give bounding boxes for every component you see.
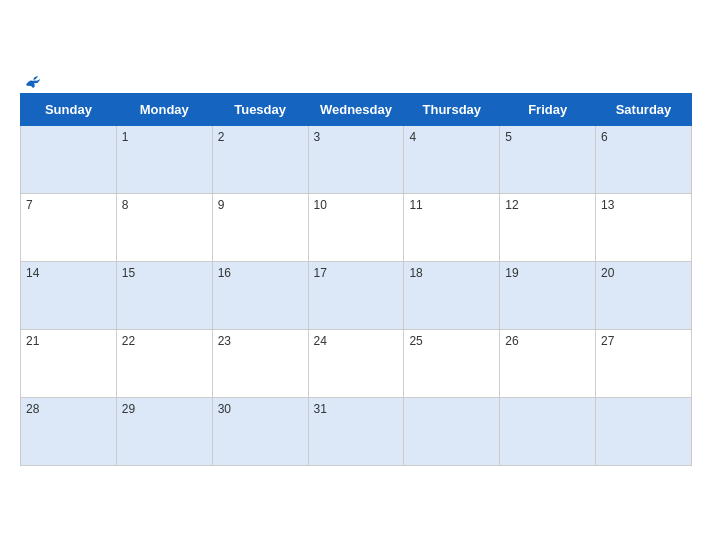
calendar-day-4: 4 xyxy=(404,125,500,193)
calendar-day-2: 2 xyxy=(212,125,308,193)
weekday-header-friday: Friday xyxy=(500,93,596,125)
calendar-empty-cell xyxy=(596,397,692,465)
calendar-container: SundayMondayTuesdayWednesdayThursdayFrid… xyxy=(0,65,712,486)
day-number: 16 xyxy=(218,266,231,280)
calendar-day-23: 23 xyxy=(212,329,308,397)
logo-bird-icon xyxy=(24,75,42,89)
weekday-header-saturday: Saturday xyxy=(596,93,692,125)
day-number: 20 xyxy=(601,266,614,280)
day-number: 26 xyxy=(505,334,518,348)
day-number: 13 xyxy=(601,198,614,212)
calendar-day-25: 25 xyxy=(404,329,500,397)
day-number: 2 xyxy=(218,130,225,144)
calendar-day-1: 1 xyxy=(116,125,212,193)
day-number: 15 xyxy=(122,266,135,280)
calendar-day-14: 14 xyxy=(21,261,117,329)
calendar-day-27: 27 xyxy=(596,329,692,397)
day-number: 22 xyxy=(122,334,135,348)
calendar-day-6: 6 xyxy=(596,125,692,193)
calendar-day-8: 8 xyxy=(116,193,212,261)
weekday-header-sunday: Sunday xyxy=(21,93,117,125)
weekday-header-monday: Monday xyxy=(116,93,212,125)
calendar-empty-cell xyxy=(500,397,596,465)
calendar-day-5: 5 xyxy=(500,125,596,193)
day-number: 28 xyxy=(26,402,39,416)
day-number: 14 xyxy=(26,266,39,280)
calendar-day-22: 22 xyxy=(116,329,212,397)
logo-area xyxy=(20,75,42,89)
calendar-day-20: 20 xyxy=(596,261,692,329)
weekday-header-thursday: Thursday xyxy=(404,93,500,125)
calendar-day-24: 24 xyxy=(308,329,404,397)
calendar-day-7: 7 xyxy=(21,193,117,261)
weekday-header-row: SundayMondayTuesdayWednesdayThursdayFrid… xyxy=(21,93,692,125)
day-number: 25 xyxy=(409,334,422,348)
day-number: 1 xyxy=(122,130,129,144)
calendar-header xyxy=(20,75,692,87)
day-number: 7 xyxy=(26,198,33,212)
calendar-day-9: 9 xyxy=(212,193,308,261)
calendar-day-10: 10 xyxy=(308,193,404,261)
day-number: 17 xyxy=(314,266,327,280)
calendar-day-19: 19 xyxy=(500,261,596,329)
calendar-week-row-4: 28293031 xyxy=(21,397,692,465)
weekday-header-wednesday: Wednesday xyxy=(308,93,404,125)
calendar-day-15: 15 xyxy=(116,261,212,329)
calendar-day-16: 16 xyxy=(212,261,308,329)
calendar-day-21: 21 xyxy=(21,329,117,397)
day-number: 8 xyxy=(122,198,129,212)
calendar-week-row-2: 14151617181920 xyxy=(21,261,692,329)
day-number: 5 xyxy=(505,130,512,144)
day-number: 19 xyxy=(505,266,518,280)
weekday-header-tuesday: Tuesday xyxy=(212,93,308,125)
calendar-empty-cell xyxy=(21,125,117,193)
calendar-day-3: 3 xyxy=(308,125,404,193)
calendar-day-30: 30 xyxy=(212,397,308,465)
calendar-day-29: 29 xyxy=(116,397,212,465)
day-number: 11 xyxy=(409,198,422,212)
calendar-day-17: 17 xyxy=(308,261,404,329)
calendar-day-12: 12 xyxy=(500,193,596,261)
day-number: 30 xyxy=(218,402,231,416)
day-number: 4 xyxy=(409,130,416,144)
day-number: 3 xyxy=(314,130,321,144)
day-number: 6 xyxy=(601,130,608,144)
day-number: 9 xyxy=(218,198,225,212)
day-number: 27 xyxy=(601,334,614,348)
day-number: 21 xyxy=(26,334,39,348)
calendar-day-28: 28 xyxy=(21,397,117,465)
day-number: 10 xyxy=(314,198,327,212)
calendar-week-row-1: 78910111213 xyxy=(21,193,692,261)
calendar-day-18: 18 xyxy=(404,261,500,329)
calendar-day-11: 11 xyxy=(404,193,500,261)
calendar-day-31: 31 xyxy=(308,397,404,465)
day-number: 23 xyxy=(218,334,231,348)
calendar-table: SundayMondayTuesdayWednesdayThursdayFrid… xyxy=(20,93,692,466)
calendar-week-row-3: 21222324252627 xyxy=(21,329,692,397)
calendar-day-26: 26 xyxy=(500,329,596,397)
calendar-empty-cell xyxy=(404,397,500,465)
day-number: 24 xyxy=(314,334,327,348)
day-number: 29 xyxy=(122,402,135,416)
calendar-week-row-0: 123456 xyxy=(21,125,692,193)
day-number: 12 xyxy=(505,198,518,212)
calendar-day-13: 13 xyxy=(596,193,692,261)
day-number: 31 xyxy=(314,402,327,416)
day-number: 18 xyxy=(409,266,422,280)
